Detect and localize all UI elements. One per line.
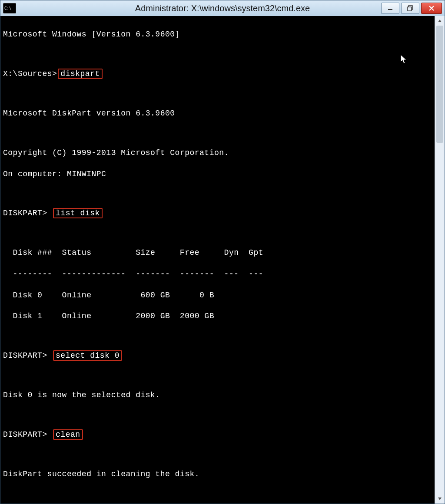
svg-rect-2 [408,7,412,11]
window-title: Administrator: X:\windows\system32\cmd.e… [0,3,445,13]
close-button[interactable] [421,3,442,14]
scroll-track[interactable] [435,26,445,494]
table-row: Disk 0 Online 600 GB 0 B [3,290,431,300]
line-list-disk: DISKPART> list disk [3,208,431,218]
cmd-diskpart: diskpart [58,69,102,79]
line-clean: DISKPART> clean [3,429,431,440]
prompt: X:\Sources> [3,69,57,78]
maximize-button[interactable] [401,3,419,14]
cmd-list-disk: list disk [53,208,103,218]
client-area: Microsoft Windows [Version 6.3.9600] X:\… [0,16,445,504]
cmd-window: C:\ Administrator: X:\windows\system32\c… [0,0,445,504]
vertical-scrollbar[interactable] [435,16,445,504]
cmd-select-disk: select disk 0 [53,350,122,361]
line-copyright: Copyright (C) 1999-2013 Microsoft Corpor… [3,148,431,158]
table-divider: -------- ------------- ------- ------- -… [3,269,431,279]
msg-selected-disk: Disk 0 is now the selected disk. [3,390,431,400]
scroll-thumb[interactable] [436,26,443,143]
line-select-disk: DISKPART> select disk 0 [3,350,431,361]
window-controls [381,3,442,14]
cmd-clean: clean [53,429,83,440]
prompt: DISKPART> [3,351,47,360]
titlebar[interactable]: C:\ Administrator: X:\windows\system32\c… [0,0,445,16]
prompt: DISKPART> [3,430,47,439]
scroll-up-button[interactable] [435,16,445,26]
prompt: DISKPART> [3,209,47,217]
line-dp-version: Microsoft DiskPart version 6.3.9600 [3,108,431,119]
cmd-icon: C:\ [3,3,16,13]
table-row: Disk 1 Online 2000 GB 2000 GB [3,311,431,321]
line-version: Microsoft Windows [Version 6.3.9600] [3,29,431,40]
console-output[interactable]: Microsoft Windows [Version 6.3.9600] X:\… [0,16,435,504]
msg-clean: DiskPart succeeded in cleaning the disk. [3,469,431,479]
line-on-computer: On computer: MINWINPC [3,169,431,179]
line-diskpart: X:\Sources>diskpart [3,69,431,79]
svg-rect-0 [388,9,392,10]
scroll-down-button[interactable] [435,494,445,504]
table-header: Disk ### Status Size Free Dyn Gpt [3,247,431,258]
minimize-button[interactable] [381,3,399,14]
